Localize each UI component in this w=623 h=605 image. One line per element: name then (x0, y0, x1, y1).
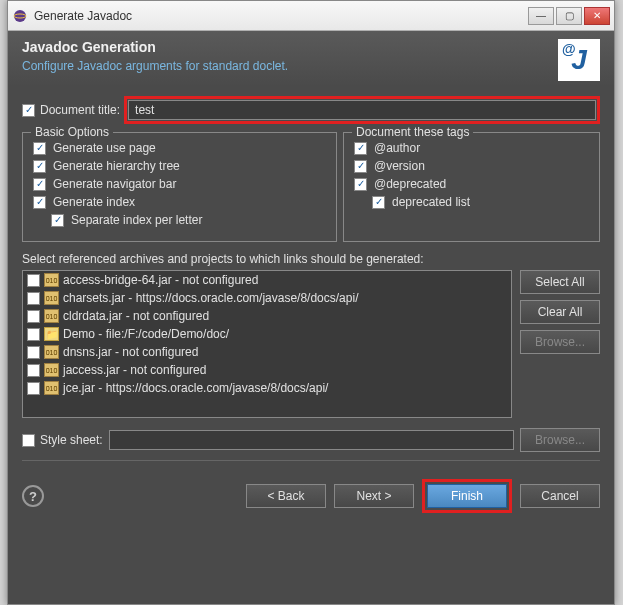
index-label: Generate index (53, 195, 135, 209)
list-item-checkbox[interactable] (27, 382, 40, 395)
list-item-checkbox[interactable] (27, 346, 40, 359)
jar-icon: 010 (44, 273, 59, 287)
document-title-checkbox[interactable] (22, 104, 35, 117)
browse-archive-button[interactable]: Browse... (520, 330, 600, 354)
list-item[interactable]: 010jce.jar - https://docs.oracle.com/jav… (23, 379, 511, 397)
use-page-label: Generate use page (53, 141, 156, 155)
tags-legend: Document these tags (352, 125, 473, 139)
tags-group: Document these tags @author @version @de… (343, 132, 600, 242)
list-item[interactable]: 📁Demo - file:/F:/code/Demo/doc/ (23, 325, 511, 343)
list-item[interactable]: 010dnsns.jar - not configured (23, 343, 511, 361)
navigator-checkbox[interactable] (33, 178, 46, 191)
separate-index-checkbox[interactable] (51, 214, 64, 227)
header-subtitle: Configure Javadoc arguments for standard… (22, 59, 558, 73)
separate-index-label: Separate index per letter (71, 213, 202, 227)
deprecated-list-checkbox[interactable] (372, 196, 385, 209)
help-icon[interactable]: ? (22, 485, 44, 507)
list-item-label: charsets.jar - https://docs.oracle.com/j… (63, 291, 358, 305)
eclipse-icon (12, 8, 28, 24)
jar-icon: 010 (44, 363, 59, 377)
list-item-checkbox[interactable] (27, 328, 40, 341)
list-item[interactable]: 010access-bridge-64.jar - not configured (23, 271, 511, 289)
jar-icon: 010 (44, 291, 59, 305)
close-button[interactable]: ✕ (584, 7, 610, 25)
stylesheet-checkbox[interactable] (22, 434, 35, 447)
stylesheet-input[interactable] (109, 430, 514, 450)
basic-options-legend: Basic Options (31, 125, 113, 139)
list-item-checkbox[interactable] (27, 364, 40, 377)
list-item-label: access-bridge-64.jar - not configured (63, 273, 258, 287)
document-title-label: Document title: (40, 103, 120, 117)
select-all-button[interactable]: Select All (520, 270, 600, 294)
next-button[interactable]: Next > (334, 484, 414, 508)
version-label: @version (374, 159, 425, 173)
version-checkbox[interactable] (354, 160, 367, 173)
list-item-label: jaccess.jar - not configured (63, 363, 206, 377)
deprecated-list-label: deprecated list (392, 195, 470, 209)
back-button[interactable]: < Back (246, 484, 326, 508)
author-checkbox[interactable] (354, 142, 367, 155)
basic-options-group: Basic Options Generate use page Generate… (22, 132, 337, 242)
list-item[interactable]: 010charsets.jar - https://docs.oracle.co… (23, 289, 511, 307)
finish-button[interactable]: Finish (427, 484, 507, 508)
clear-all-button[interactable]: Clear All (520, 300, 600, 324)
archives-label: Select referenced archives and projects … (22, 252, 600, 266)
browse-stylesheet-button[interactable]: Browse... (520, 428, 600, 452)
archives-listbox[interactable]: 010access-bridge-64.jar - not configured… (22, 270, 512, 418)
deprecated-label: @deprecated (374, 177, 446, 191)
hierarchy-label: Generate hierarchy tree (53, 159, 180, 173)
svg-point-0 (14, 10, 26, 22)
index-checkbox[interactable] (33, 196, 46, 209)
author-label: @author (374, 141, 420, 155)
hierarchy-checkbox[interactable] (33, 160, 46, 173)
titlebar: Generate Javadoc — ▢ ✕ (8, 1, 614, 31)
stylesheet-label: Style sheet: (40, 433, 103, 447)
list-item[interactable]: 010cldrdata.jar - not configured (23, 307, 511, 325)
dialog-window: Generate Javadoc — ▢ ✕ Javadoc Generatio… (7, 0, 615, 605)
deprecated-checkbox[interactable] (354, 178, 367, 191)
maximize-button[interactable]: ▢ (556, 7, 582, 25)
minimize-button[interactable]: — (528, 7, 554, 25)
jar-icon: 010 (44, 309, 59, 323)
document-title-input[interactable] (128, 100, 596, 120)
jar-icon: 010 (44, 381, 59, 395)
divider (22, 460, 600, 461)
list-item-label: dnsns.jar - not configured (63, 345, 198, 359)
list-item-label: Demo - file:/F:/code/Demo/doc/ (63, 327, 229, 341)
list-item-checkbox[interactable] (27, 310, 40, 323)
jar-icon: 010 (44, 345, 59, 359)
list-item-checkbox[interactable] (27, 274, 40, 287)
list-item[interactable]: 010jaccess.jar - not configured (23, 361, 511, 379)
window-title: Generate Javadoc (34, 9, 528, 23)
list-item-label: cldrdata.jar - not configured (63, 309, 209, 323)
header-title: Javadoc Generation (22, 39, 558, 55)
list-item-label: jce.jar - https://docs.oracle.com/javase… (63, 381, 328, 395)
use-page-checkbox[interactable] (33, 142, 46, 155)
cancel-button[interactable]: Cancel (520, 484, 600, 508)
navigator-label: Generate navigator bar (53, 177, 176, 191)
javadoc-icon: @J (558, 39, 600, 81)
list-item-checkbox[interactable] (27, 292, 40, 305)
folder-icon: 📁 (44, 327, 59, 341)
dialog-header: Javadoc Generation Configure Javadoc arg… (8, 31, 614, 86)
